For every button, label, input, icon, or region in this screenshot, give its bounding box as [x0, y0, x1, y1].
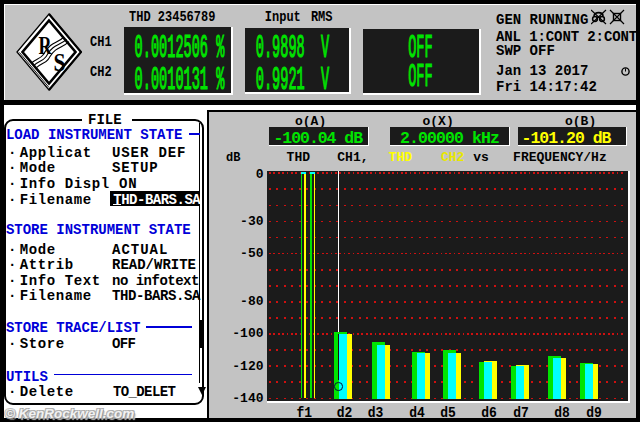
svg-text:S: S — [54, 48, 66, 77]
svg-text:R: R — [39, 31, 52, 60]
